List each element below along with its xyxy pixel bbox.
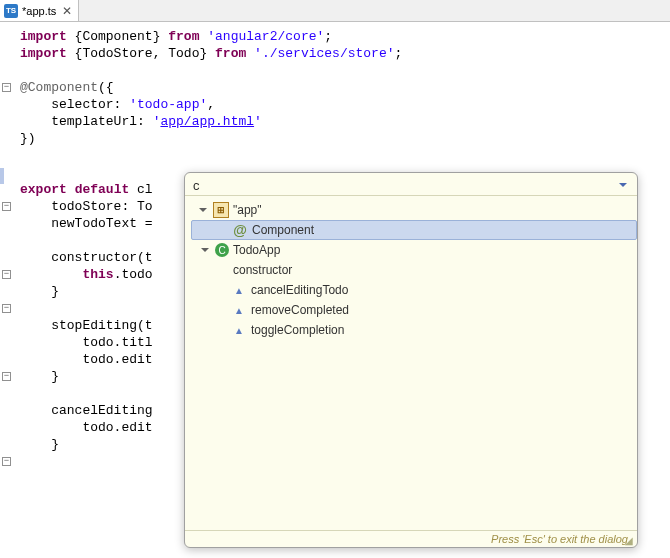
filter-input[interactable] <box>193 178 615 193</box>
fold-toggle[interactable]: − <box>2 202 11 211</box>
quick-outline-popup: ⊞ "app" @ Component C TodoApp constructo… <box>184 172 638 548</box>
tree-label: constructor <box>233 263 292 277</box>
tree-label: cancelEditingTodo <box>251 283 348 297</box>
tree-item-app[interactable]: ⊞ "app" <box>191 200 637 220</box>
menu-dropdown-icon[interactable] <box>615 177 631 193</box>
tree-label: "app" <box>233 203 262 217</box>
filter-row <box>185 173 637 196</box>
tree-item-constructor[interactable]: constructor <box>191 260 637 280</box>
fold-gutter: − − − − − − <box>0 22 14 558</box>
tree-item-component[interactable]: @ Component <box>191 220 637 240</box>
fold-toggle[interactable]: − <box>2 304 11 313</box>
tree-label: Component <box>252 223 314 237</box>
fold-toggle[interactable]: − <box>2 270 11 279</box>
outline-tree[interactable]: ⊞ "app" @ Component C TodoApp constructo… <box>185 196 637 530</box>
method-icon: ▲ <box>231 282 247 298</box>
method-icon: ▲ <box>231 302 247 318</box>
expand-icon[interactable] <box>199 244 211 256</box>
typescript-file-icon: TS <box>4 4 18 18</box>
expand-icon[interactable] <box>197 204 209 216</box>
tree-label: toggleCompletion <box>251 323 344 337</box>
tree-label: removeCompleted <box>251 303 349 317</box>
cursor-marker <box>0 168 4 184</box>
method-icon: ▲ <box>231 322 247 338</box>
fold-toggle[interactable]: − <box>2 457 11 466</box>
tree-item-removeCompleted[interactable]: ▲ removeCompleted <box>191 300 637 320</box>
fold-toggle[interactable]: − <box>2 83 11 92</box>
tree-item-cancelEditingTodo[interactable]: ▲ cancelEditingTodo <box>191 280 637 300</box>
tree-label: TodoApp <box>233 243 280 257</box>
tab-title: *app.ts <box>22 5 56 17</box>
editor-tab[interactable]: TS *app.ts ✕ <box>0 0 79 21</box>
popup-hint: Press 'Esc' to exit the dialog. <box>185 530 637 547</box>
tree-item-todoapp[interactable]: C TodoApp <box>191 240 637 260</box>
resize-grip-icon[interactable]: ◢ <box>625 535 635 545</box>
close-icon[interactable]: ✕ <box>62 4 72 18</box>
tab-bar: TS *app.ts ✕ <box>0 0 670 22</box>
annotation-icon: @ <box>232 222 248 238</box>
fold-toggle[interactable]: − <box>2 372 11 381</box>
class-icon: C <box>215 243 229 257</box>
tree-item-toggleCompletion[interactable]: ▲ toggleCompletion <box>191 320 637 340</box>
package-icon: ⊞ <box>213 202 229 218</box>
